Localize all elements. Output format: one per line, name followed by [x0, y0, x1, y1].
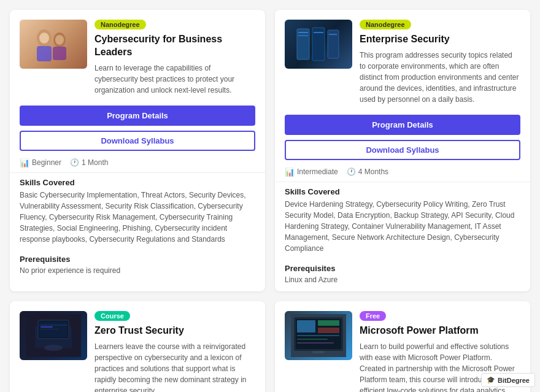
duration-label-0: 1 Month	[82, 158, 108, 167]
card-title-2: Zero Trust Security	[94, 325, 255, 337]
card-header-1: Nanodegree Enterprise Security This prog…	[360, 20, 520, 110]
prereq-title-1: Prerequisites	[285, 264, 520, 273]
svg-rect-29	[297, 342, 334, 344]
clock-icon-1: 🕐	[347, 167, 356, 176]
card-actions-0: Program Details Download Syllabus	[10, 101, 265, 156]
card-meta-0: 📊 Beginner 🕐 1 Month	[10, 156, 265, 172]
svg-rect-26	[318, 328, 339, 333]
svg-rect-28	[297, 339, 328, 340]
program-details-button-0[interactable]: Program Details	[20, 106, 255, 126]
card-desc-1: This program addresses security topics r…	[360, 50, 520, 105]
level-meta-1: 📊 Intermediate	[285, 167, 338, 177]
svg-rect-24	[297, 320, 315, 332]
prereq-text-1: Linux and Azure	[285, 275, 520, 284]
svg-rect-27	[297, 335, 339, 336]
card-image-3	[285, 311, 352, 360]
level-label-0: Beginner	[32, 158, 61, 167]
card-top-2: Course Zero Trust Security Learners leav…	[10, 301, 265, 392]
svg-rect-6	[297, 29, 309, 60]
skills-text-0: Basic Cybersecurity Implementation, Thre…	[20, 190, 255, 245]
level-meta-0: 📊 Beginner	[20, 158, 61, 167]
level-icon-0: 📊	[20, 158, 29, 167]
card-image-0	[20, 20, 87, 69]
card-image-1	[285, 20, 352, 69]
svg-rect-25	[318, 320, 339, 326]
skills-section-0: Skills Covered Basic Cybersecurity Imple…	[10, 172, 265, 250]
prereq-text-0: No prior experience is required	[20, 266, 255, 275]
program-details-button-1[interactable]: Program Details	[285, 115, 520, 135]
card-title-0: Cybersecurity for Business Leaders	[94, 33, 255, 59]
duration-label-1: 4 Months	[358, 167, 388, 176]
svg-rect-5	[53, 47, 66, 60]
bitdegree-logo: 🎓 BitDegree	[481, 373, 535, 387]
card-zero-trust: Course Zero Trust Security Learners leav…	[10, 301, 265, 392]
clock-icon-0: 🕐	[70, 158, 79, 167]
card-top-0: Nanodegree Cybersecurity for Business Le…	[10, 10, 265, 101]
badge-0: Nanodegree	[94, 20, 146, 29]
level-icon-1: 📊	[285, 167, 295, 177]
svg-rect-12	[329, 34, 337, 35]
prereq-title-0: Prerequisites	[20, 255, 255, 264]
skills-title-1: Skills Covered	[285, 187, 520, 196]
card-header-0: Nanodegree Cybersecurity for Business Le…	[94, 20, 255, 101]
duration-meta-1: 🕐 4 Months	[347, 167, 388, 176]
level-label-1: Intermediate	[297, 167, 338, 176]
card-desc-0: Learn to leverage the capabilities of cy…	[94, 63, 255, 96]
badge-1: Nanodegree	[360, 20, 411, 29]
svg-rect-2	[37, 46, 52, 61]
svg-point-4	[55, 35, 64, 45]
badge-2: Course	[94, 311, 130, 321]
card-title-3: Microsoft Power Platform	[360, 325, 520, 337]
card-desc-2: Learners leave the course with a reinvig…	[94, 341, 255, 392]
svg-rect-18	[40, 326, 53, 328]
badge-3: Free	[360, 311, 386, 321]
skills-title-0: Skills Covered	[20, 178, 255, 187]
svg-rect-10	[298, 35, 308, 36]
card-enterprise-security: Nanodegree Enterprise Security This prog…	[275, 10, 530, 291]
download-syllabus-button-0[interactable]: Download Syllabus	[20, 131, 255, 151]
svg-rect-30	[312, 351, 325, 353]
bitdegree-icon: 🎓	[487, 376, 495, 384]
svg-rect-9	[298, 32, 308, 33]
duration-meta-0: 🕐 1 Month	[70, 158, 108, 167]
card-header-2: Course Zero Trust Security Learners leav…	[94, 311, 255, 392]
download-syllabus-button-1[interactable]: Download Syllabus	[285, 140, 520, 160]
card-top-1: Nanodegree Enterprise Security This prog…	[275, 10, 530, 110]
skills-text-1: Device Hardening Strategy, Cybersecurity…	[285, 199, 520, 254]
svg-rect-19	[40, 329, 59, 329]
course-grid: Nanodegree Cybersecurity for Business Le…	[0, 0, 540, 392]
card-title-1: Enterprise Security	[360, 33, 520, 46]
card-image-2	[20, 311, 87, 360]
svg-point-20	[44, 345, 63, 351]
prereq-section-1: Prerequisites Linux and Azure	[275, 259, 530, 291]
card-meta-1: 📊 Intermediate 🕐 4 Months	[275, 165, 530, 182]
bitdegree-text: BitDegree	[498, 377, 530, 384]
svg-point-1	[39, 33, 49, 44]
prereq-section-0: Prerequisites No prior experience is req…	[10, 250, 265, 282]
card-cybersecurity-business: Nanodegree Cybersecurity for Business Le…	[10, 10, 265, 291]
skills-section-1: Skills Covered Device Hardening Strategy…	[275, 182, 530, 259]
card-actions-1: Program Details Download Syllabus	[275, 110, 530, 165]
svg-rect-11	[314, 32, 323, 33]
